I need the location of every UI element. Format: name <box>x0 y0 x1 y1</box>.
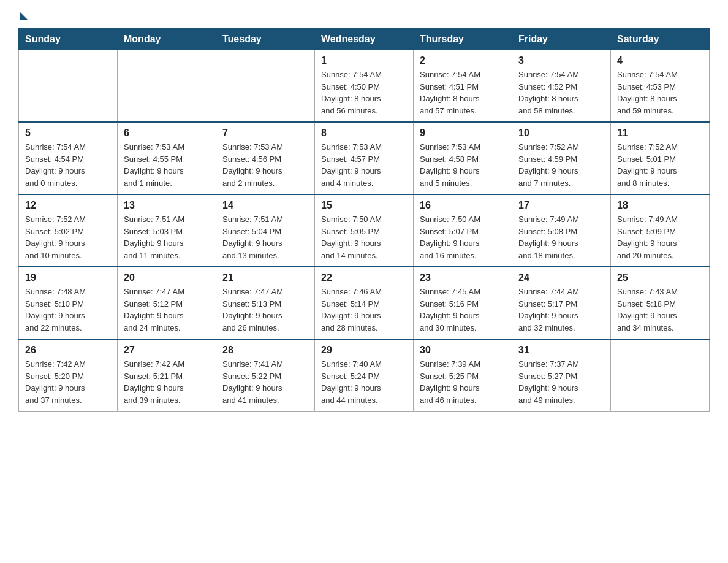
day-info: Sunrise: 7:54 AMSunset: 4:52 PMDaylight:… <box>518 69 604 117</box>
calendar-cell: 30Sunrise: 7:39 AMSunset: 5:25 PMDayligh… <box>414 339 512 412</box>
day-number: 27 <box>124 345 210 356</box>
calendar-cell: 3Sunrise: 7:54 AMSunset: 4:52 PMDaylight… <box>512 50 611 123</box>
day-number: 8 <box>321 128 407 139</box>
day-number: 28 <box>222 345 308 356</box>
logo <box>18 12 28 22</box>
day-info: Sunrise: 7:43 AMSunset: 5:18 PMDaylight:… <box>617 286 703 334</box>
day-info: Sunrise: 7:49 AMSunset: 5:08 PMDaylight:… <box>518 213 604 261</box>
calendar-cell: 9Sunrise: 7:53 AMSunset: 4:58 PMDaylight… <box>414 122 512 194</box>
day-info: Sunrise: 7:39 AMSunset: 5:25 PMDaylight:… <box>420 358 506 406</box>
day-number: 25 <box>617 272 703 283</box>
calendar-cell: 23Sunrise: 7:45 AMSunset: 5:16 PMDayligh… <box>414 267 512 339</box>
day-number: 3 <box>518 55 604 66</box>
day-number: 12 <box>25 200 111 211</box>
calendar-cell: 15Sunrise: 7:50 AMSunset: 5:05 PMDayligh… <box>315 194 414 267</box>
day-number: 31 <box>518 345 604 356</box>
day-number: 24 <box>518 272 604 283</box>
calendar-cell: 26Sunrise: 7:42 AMSunset: 5:20 PMDayligh… <box>19 339 118 412</box>
day-info: Sunrise: 7:52 AMSunset: 5:02 PMDaylight:… <box>25 213 111 261</box>
day-number: 14 <box>222 200 308 211</box>
day-number: 23 <box>420 272 506 283</box>
calendar-cell <box>118 50 216 123</box>
calendar-cell: 19Sunrise: 7:48 AMSunset: 5:10 PMDayligh… <box>19 267 118 339</box>
day-number: 20 <box>124 272 210 283</box>
weekday-header-friday: Friday <box>512 29 611 50</box>
day-info: Sunrise: 7:47 AMSunset: 5:13 PMDaylight:… <box>222 286 308 334</box>
day-info: Sunrise: 7:50 AMSunset: 5:05 PMDaylight:… <box>321 213 407 261</box>
calendar-cell: 5Sunrise: 7:54 AMSunset: 4:54 PMDaylight… <box>19 122 118 194</box>
calendar-week-3: 12Sunrise: 7:52 AMSunset: 5:02 PMDayligh… <box>19 194 710 267</box>
day-number: 18 <box>617 200 703 211</box>
calendar-cell: 22Sunrise: 7:46 AMSunset: 5:14 PMDayligh… <box>315 267 414 339</box>
day-info: Sunrise: 7:37 AMSunset: 5:27 PMDaylight:… <box>518 358 604 406</box>
day-info: Sunrise: 7:42 AMSunset: 5:20 PMDaylight:… <box>25 358 111 406</box>
day-info: Sunrise: 7:53 AMSunset: 4:57 PMDaylight:… <box>321 141 407 189</box>
calendar-cell: 27Sunrise: 7:42 AMSunset: 5:21 PMDayligh… <box>118 339 216 412</box>
calendar-cell: 17Sunrise: 7:49 AMSunset: 5:08 PMDayligh… <box>512 194 611 267</box>
weekday-header-monday: Monday <box>118 29 216 50</box>
calendar-cell: 28Sunrise: 7:41 AMSunset: 5:22 PMDayligh… <box>216 339 315 412</box>
day-info: Sunrise: 7:54 AMSunset: 4:51 PMDaylight:… <box>420 69 506 117</box>
calendar-cell: 20Sunrise: 7:47 AMSunset: 5:12 PMDayligh… <box>118 267 216 339</box>
day-info: Sunrise: 7:51 AMSunset: 5:03 PMDaylight:… <box>124 213 210 261</box>
calendar-cell: 7Sunrise: 7:53 AMSunset: 4:56 PMDaylight… <box>216 122 315 194</box>
logo-triangle-icon <box>20 12 28 20</box>
calendar-cell: 24Sunrise: 7:44 AMSunset: 5:17 PMDayligh… <box>512 267 611 339</box>
day-info: Sunrise: 7:41 AMSunset: 5:22 PMDaylight:… <box>222 358 308 406</box>
day-info: Sunrise: 7:54 AMSunset: 4:54 PMDaylight:… <box>25 141 111 189</box>
day-info: Sunrise: 7:49 AMSunset: 5:09 PMDaylight:… <box>617 213 703 261</box>
weekday-header-thursday: Thursday <box>414 29 512 50</box>
day-info: Sunrise: 7:45 AMSunset: 5:16 PMDaylight:… <box>420 286 506 334</box>
day-number: 19 <box>25 272 111 283</box>
calendar-cell: 11Sunrise: 7:52 AMSunset: 5:01 PMDayligh… <box>611 122 710 194</box>
day-info: Sunrise: 7:42 AMSunset: 5:21 PMDaylight:… <box>124 358 210 406</box>
day-info: Sunrise: 7:52 AMSunset: 4:59 PMDaylight:… <box>518 141 604 189</box>
calendar-cell: 29Sunrise: 7:40 AMSunset: 5:24 PMDayligh… <box>315 339 414 412</box>
weekday-header-wednesday: Wednesday <box>315 29 414 50</box>
weekday-header-tuesday: Tuesday <box>216 29 315 50</box>
calendar-week-5: 26Sunrise: 7:42 AMSunset: 5:20 PMDayligh… <box>19 339 710 412</box>
calendar-week-4: 19Sunrise: 7:48 AMSunset: 5:10 PMDayligh… <box>19 267 710 339</box>
calendar-table: SundayMondayTuesdayWednesdayThursdayFrid… <box>18 28 710 412</box>
day-info: Sunrise: 7:54 AMSunset: 4:53 PMDaylight:… <box>617 69 703 117</box>
day-number: 11 <box>617 128 703 139</box>
calendar-cell: 14Sunrise: 7:51 AMSunset: 5:04 PMDayligh… <box>216 194 315 267</box>
day-number: 22 <box>321 272 407 283</box>
day-info: Sunrise: 7:53 AMSunset: 4:55 PMDaylight:… <box>124 141 210 189</box>
calendar-cell: 21Sunrise: 7:47 AMSunset: 5:13 PMDayligh… <box>216 267 315 339</box>
day-number: 13 <box>124 200 210 211</box>
page-header <box>18 12 710 22</box>
day-number: 1 <box>321 55 407 66</box>
calendar-cell: 2Sunrise: 7:54 AMSunset: 4:51 PMDaylight… <box>414 50 512 123</box>
day-info: Sunrise: 7:48 AMSunset: 5:10 PMDaylight:… <box>25 286 111 334</box>
calendar-cell <box>216 50 315 123</box>
day-number: 2 <box>420 55 506 66</box>
calendar-cell: 18Sunrise: 7:49 AMSunset: 5:09 PMDayligh… <box>611 194 710 267</box>
day-number: 29 <box>321 345 407 356</box>
day-info: Sunrise: 7:51 AMSunset: 5:04 PMDaylight:… <box>222 213 308 261</box>
day-number: 9 <box>420 128 506 139</box>
day-number: 6 <box>124 128 210 139</box>
day-info: Sunrise: 7:50 AMSunset: 5:07 PMDaylight:… <box>420 213 506 261</box>
calendar-cell: 12Sunrise: 7:52 AMSunset: 5:02 PMDayligh… <box>19 194 118 267</box>
calendar-week-2: 5Sunrise: 7:54 AMSunset: 4:54 PMDaylight… <box>19 122 710 194</box>
calendar-cell: 16Sunrise: 7:50 AMSunset: 5:07 PMDayligh… <box>414 194 512 267</box>
day-number: 17 <box>518 200 604 211</box>
day-number: 30 <box>420 345 506 356</box>
day-info: Sunrise: 7:40 AMSunset: 5:24 PMDaylight:… <box>321 358 407 406</box>
day-info: Sunrise: 7:53 AMSunset: 4:58 PMDaylight:… <box>420 141 506 189</box>
calendar-cell: 25Sunrise: 7:43 AMSunset: 5:18 PMDayligh… <box>611 267 710 339</box>
day-number: 16 <box>420 200 506 211</box>
calendar-cell: 8Sunrise: 7:53 AMSunset: 4:57 PMDaylight… <box>315 122 414 194</box>
day-info: Sunrise: 7:46 AMSunset: 5:14 PMDaylight:… <box>321 286 407 334</box>
calendar-cell: 1Sunrise: 7:54 AMSunset: 4:50 PMDaylight… <box>315 50 414 123</box>
calendar-week-1: 1Sunrise: 7:54 AMSunset: 4:50 PMDaylight… <box>19 50 710 123</box>
calendar-cell <box>611 339 710 412</box>
day-number: 7 <box>222 128 308 139</box>
calendar-cell: 13Sunrise: 7:51 AMSunset: 5:03 PMDayligh… <box>118 194 216 267</box>
day-info: Sunrise: 7:47 AMSunset: 5:12 PMDaylight:… <box>124 286 210 334</box>
calendar-cell: 6Sunrise: 7:53 AMSunset: 4:55 PMDaylight… <box>118 122 216 194</box>
day-number: 21 <box>222 272 308 283</box>
weekday-header-saturday: Saturday <box>611 29 710 50</box>
day-number: 26 <box>25 345 111 356</box>
